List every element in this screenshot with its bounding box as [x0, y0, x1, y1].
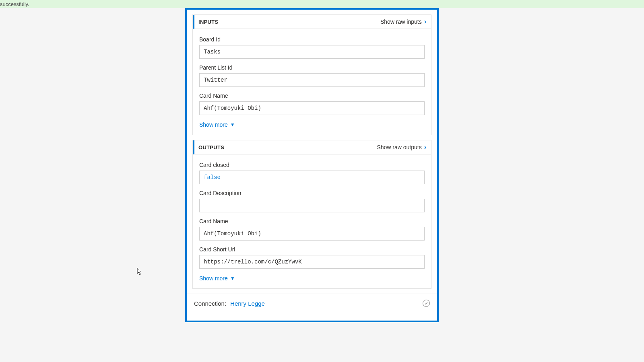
show-more-label: Show more — [199, 121, 228, 128]
inputs-title: INPUTS — [198, 19, 218, 25]
field-value[interactable]: Ahf(Tomoyuki Obi) — [199, 101, 425, 115]
field-label: Board Id — [199, 36, 425, 43]
connection-left: Connection: Henry Legge — [194, 300, 265, 307]
connection-label: Connection: — [194, 300, 226, 307]
success-banner: successfully. — [0, 0, 644, 8]
field-card-closed: Card closed false — [199, 162, 425, 184]
inputs-show-more-link[interactable]: Show more ▼ — [199, 121, 235, 128]
field-value[interactable]: false — [199, 171, 425, 184]
outputs-show-more-link[interactable]: Show more ▼ — [199, 275, 235, 282]
field-label: Card Short Url — [199, 246, 425, 253]
field-label: Card Description — [199, 190, 425, 196]
field-card-short-url: Card Short Url https://trello.com/c/QZuz… — [199, 246, 425, 269]
action-card: INPUTS Show raw inputs › Board Id Tasks … — [185, 8, 439, 322]
inputs-body: Board Id Tasks Parent List Id Twitter Ca… — [193, 29, 431, 135]
field-label: Parent List Id — [199, 64, 425, 71]
connection-status-icon: ✓ — [423, 300, 430, 307]
connection-name-link[interactable]: Henry Legge — [230, 300, 265, 307]
chevron-down-icon: ▼ — [230, 276, 235, 281]
show-raw-outputs-label: Show raw outputs — [377, 144, 421, 150]
field-label: Card Name — [199, 218, 425, 224]
inputs-header: INPUTS Show raw inputs › — [193, 15, 431, 29]
field-card-description: Card Description — [199, 190, 425, 212]
field-value[interactable]: Twitter — [199, 73, 425, 87]
outputs-section: OUTPUTS Show raw outputs › Card closed f… — [192, 140, 431, 289]
field-label: Card Name — [199, 93, 425, 99]
chevron-right-icon: › — [424, 18, 426, 25]
field-value[interactable]: Ahf(Tomoyuki Obi) — [199, 227, 425, 241]
field-value[interactable]: https://trello.com/c/QZuzYwvK — [199, 255, 425, 269]
field-label: Card closed — [199, 162, 425, 168]
outputs-title: OUTPUTS — [198, 144, 224, 150]
show-more-label: Show more — [199, 275, 228, 282]
field-value[interactable] — [199, 199, 425, 212]
inputs-section: INPUTS Show raw inputs › Board Id Tasks … — [192, 14, 431, 135]
chevron-right-icon: › — [424, 144, 426, 151]
field-card-name-out: Card Name Ahf(Tomoyuki Obi) — [199, 218, 425, 241]
outputs-body: Card closed false Card Description Card … — [193, 154, 431, 288]
connection-row: Connection: Henry Legge ✓ — [187, 294, 437, 321]
show-raw-outputs-link[interactable]: Show raw outputs › — [377, 144, 426, 151]
banner-text: successfully. — [0, 1, 29, 7]
field-card-name: Card Name Ahf(Tomoyuki Obi) — [199, 93, 425, 115]
show-raw-inputs-link[interactable]: Show raw inputs › — [380, 18, 426, 25]
field-board-id: Board Id Tasks — [199, 36, 425, 59]
outputs-header: OUTPUTS Show raw outputs › — [193, 140, 431, 154]
mouse-cursor-icon — [137, 267, 142, 276]
field-value[interactable]: Tasks — [199, 45, 425, 59]
show-raw-inputs-label: Show raw inputs — [380, 19, 422, 25]
chevron-down-icon: ▼ — [230, 122, 235, 128]
field-parent-list-id: Parent List Id Twitter — [199, 64, 425, 87]
canvas: INPUTS Show raw inputs › Board Id Tasks … — [0, 8, 644, 362]
